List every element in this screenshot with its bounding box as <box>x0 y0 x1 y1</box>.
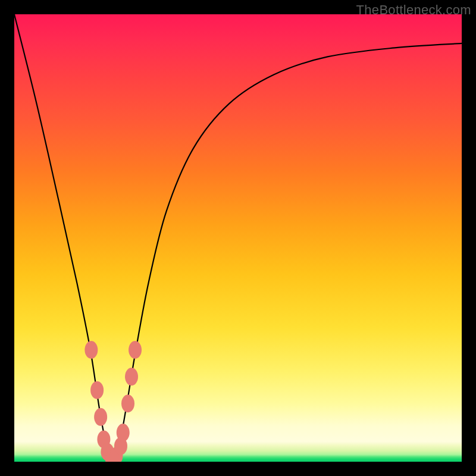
bottleneck-curve-svg <box>14 14 462 462</box>
bottleneck-curve <box>14 14 462 462</box>
watermark-text: TheBottleneck.com <box>356 2 471 18</box>
plot-area <box>14 14 462 462</box>
data-marker <box>121 394 134 412</box>
data-marker <box>90 381 104 399</box>
data-marker <box>125 368 138 386</box>
data-marker <box>117 424 130 441</box>
data-marker <box>94 408 107 426</box>
marker-group <box>84 341 142 462</box>
outer-frame: TheBottleneck.com <box>0 0 476 476</box>
data-marker <box>129 341 142 359</box>
data-marker <box>84 341 98 359</box>
